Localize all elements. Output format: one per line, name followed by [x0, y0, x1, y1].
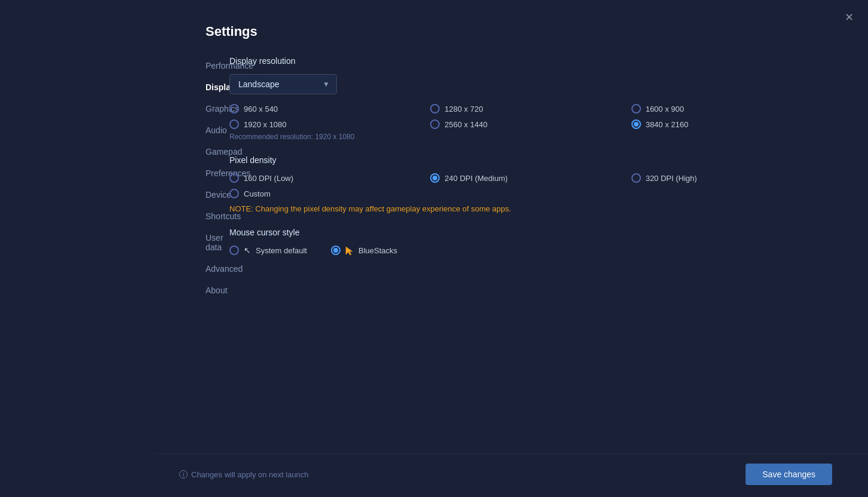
resolution-option-r3[interactable]: 1600 x 900 — [631, 104, 832, 113]
radio-circle — [631, 173, 641, 183]
cursor-option-label: System default — [256, 246, 307, 255]
system-cursor-icon: ↖ — [244, 246, 251, 255]
resolution-label: 3840 x 2160 — [646, 120, 689, 129]
info-icon: i — [179, 470, 188, 478]
resolution-label: 1280 x 720 — [444, 105, 483, 113]
pixel-density-note: NOTE: Changing the pixel density may aff… — [229, 204, 832, 213]
pixel-density-option-pd1[interactable]: 160 DPI (Low) — [229, 173, 430, 183]
pixel-density-options: 160 DPI (Low)240 DPI (Medium)320 DPI (Hi… — [229, 173, 832, 198]
cursor-option-label: BlueStacks — [358, 246, 397, 255]
cursor-options: ↖System defaultBlueStacks — [229, 246, 832, 256]
footer: i Changes will apply on next launch Save… — [155, 453, 868, 497]
resolution-option-r4[interactable]: 1920 x 1080 — [229, 119, 430, 129]
pixel-density-label: 160 DPI (Low) — [244, 174, 293, 183]
radio-circle — [229, 246, 239, 255]
radio-circle — [229, 104, 239, 113]
radio-circle — [430, 119, 440, 129]
pixel-density-label: Custom — [244, 189, 271, 198]
radio-circle — [631, 119, 641, 129]
pixel-density-title: Pixel density — [229, 155, 832, 165]
content-area: Display resolution LandscapePortrait ▼ 9… — [206, 56, 868, 453]
bluestacks-cursor-icon — [345, 246, 354, 256]
resolution-label: 1920 x 1080 — [244, 120, 287, 129]
display-resolution-section: Display resolution LandscapePortrait ▼ 9… — [229, 56, 832, 141]
radio-circle — [229, 173, 239, 183]
footer-note: i Changes will apply on next launch — [179, 470, 309, 479]
mouse-cursor-section: Mouse cursor style ↖System defaultBlueSt… — [229, 228, 832, 256]
resolution-options: 960 x 5401280 x 7201600 x 9001920 x 1080… — [229, 104, 832, 129]
close-button[interactable]: ✕ — [845, 12, 854, 23]
save-changes-button[interactable]: Save changes — [746, 464, 832, 485]
resolution-option-r2[interactable]: 1280 x 720 — [430, 104, 631, 113]
radio-circle — [430, 173, 440, 183]
pixel-density-label: 320 DPI (High) — [646, 174, 697, 183]
display-resolution-title: Display resolution — [229, 56, 832, 66]
cursor-option-mc1[interactable]: ↖System default — [229, 246, 307, 255]
recommended-resolution-text: Recommended resolution: 1920 x 1080 — [229, 133, 832, 141]
resolution-option-r5[interactable]: 2560 x 1440 — [430, 119, 631, 129]
radio-circle — [631, 104, 641, 113]
pixel-density-option-pd3[interactable]: 320 DPI (High) — [631, 173, 832, 183]
resolution-label: 2560 x 1440 — [444, 120, 487, 129]
radio-circle — [229, 189, 239, 198]
footer-note-text: Changes will apply on next launch — [191, 470, 309, 479]
pixel-density-option-pd4[interactable]: Custom — [229, 189, 430, 198]
resolution-option-r6[interactable]: 3840 x 2160 — [631, 119, 832, 129]
radio-circle — [430, 104, 440, 113]
pixel-density-option-pd2[interactable]: 240 DPI (Medium) — [430, 173, 631, 183]
pixel-density-section: Pixel density 160 DPI (Low)240 DPI (Medi… — [229, 155, 832, 213]
radio-circle — [331, 246, 341, 255]
mouse-cursor-title: Mouse cursor style — [229, 228, 832, 237]
radio-circle — [229, 119, 239, 129]
orientation-dropdown[interactable]: LandscapePortrait — [229, 74, 337, 94]
pixel-density-label: 240 DPI (Medium) — [444, 174, 507, 183]
page-title: Settings — [206, 24, 868, 39]
resolution-label: 1600 x 900 — [646, 105, 684, 113]
cursor-option-mc2[interactable]: BlueStacks — [331, 246, 397, 256]
resolution-label: 960 x 540 — [244, 105, 278, 113]
sidebar: PerformanceDisplayGraphicsAudioGamepadPr… — [0, 56, 206, 453]
orientation-dropdown-wrapper: LandscapePortrait ▼ — [229, 74, 337, 94]
resolution-option-r1[interactable]: 960 x 540 — [229, 104, 430, 113]
svg-marker-0 — [346, 247, 352, 255]
